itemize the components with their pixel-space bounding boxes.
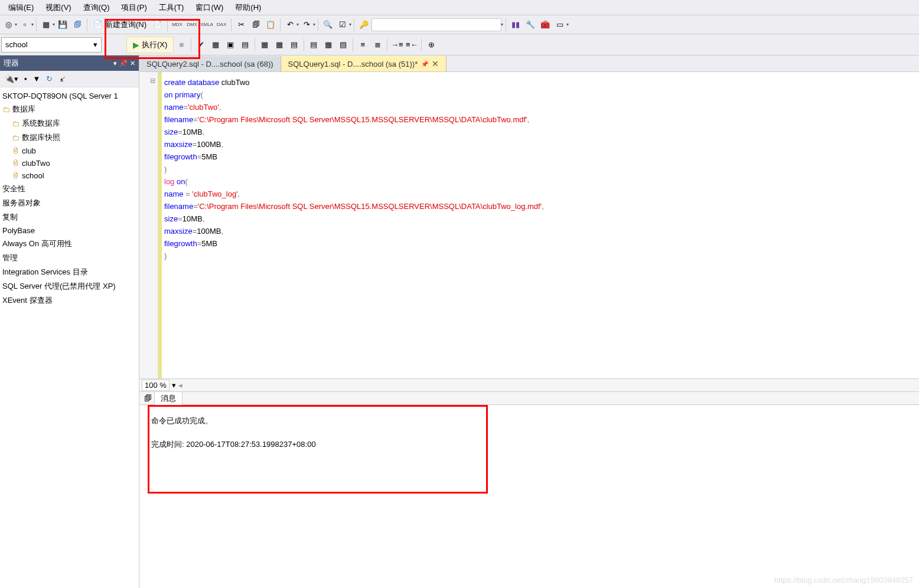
- tree-item-8[interactable]: 复制: [0, 210, 139, 224]
- new-item-btn[interactable]: ▦: [39, 18, 53, 32]
- refresh-icon[interactable]: ↻: [46, 74, 53, 83]
- tree-item-14[interactable]: XEvent 探查器: [0, 293, 139, 308]
- tab-sqlquery1[interactable]: SQLQuery1.sql - D....school (sa (51))* 📌…: [281, 56, 447, 71]
- tree-item-9[interactable]: PolyBase: [0, 224, 139, 237]
- specify-values-btn[interactable]: ⊕: [424, 38, 438, 52]
- toolbox-btn[interactable]: 🧰: [538, 18, 552, 32]
- tree-item-6[interactable]: 安全性: [0, 182, 139, 196]
- find-btn[interactable]: 🔑: [357, 18, 371, 32]
- dmx-btn[interactable]: DMX: [185, 18, 199, 32]
- pin-icon[interactable]: 📌: [421, 61, 428, 67]
- results-grid-btn[interactable]: ▦: [321, 38, 335, 52]
- panel-dropdown-icon[interactable]: ▾: [113, 60, 117, 67]
- tree-item-12[interactable]: Integration Services 目录: [0, 265, 139, 279]
- database-selector[interactable]: school ▾: [1, 37, 102, 53]
- estplan-btn[interactable]: ▦: [208, 38, 223, 52]
- menu-window[interactable]: 窗口(W): [190, 1, 229, 14]
- panel-close-icon[interactable]: ✕: [130, 60, 135, 67]
- server-node[interactable]: SKTOP-DQT89ON (SQL Server 1: [0, 90, 139, 102]
- tree-item-0[interactable]: 🗀数据库: [0, 102, 139, 116]
- save-btn[interactable]: 💾: [56, 18, 70, 32]
- window-btn[interactable]: ▭: [553, 18, 567, 32]
- dropdown-icon[interactable]: ▾: [566, 22, 569, 27]
- save-all-btn[interactable]: 🗐: [70, 18, 84, 32]
- comment-btn[interactable]: ≡: [356, 38, 370, 52]
- results-file-btn[interactable]: ▧: [336, 38, 350, 52]
- uncomment-btn[interactable]: ≣: [370, 38, 384, 52]
- dropdown-icon[interactable]: ▾: [501, 22, 503, 27]
- tree-item-label: clubTwo: [22, 159, 50, 168]
- dropdown-icon[interactable]: ▾: [15, 22, 17, 27]
- outdent-btn[interactable]: ≡←: [405, 38, 419, 52]
- tree-item-5[interactable]: 🛢school: [0, 169, 139, 182]
- tree-item-label: 服务器对象: [2, 198, 41, 208]
- xmla-btn[interactable]: XMLA: [200, 18, 214, 32]
- tree-item-2[interactable]: 🗀数据库快照: [0, 130, 139, 145]
- menu-edit[interactable]: 编辑(E): [2, 1, 40, 14]
- vs-btn[interactable]: ▮▮: [509, 18, 523, 32]
- dropdown-icon[interactable]: ▾: [53, 22, 55, 27]
- tree-item-4[interactable]: 🛢clubTwo: [0, 157, 139, 169]
- mdx-btn[interactable]: MDX: [170, 18, 184, 32]
- activity-icon[interactable]: ⭹: [58, 74, 66, 83]
- tree-item-3[interactable]: 🛢club: [0, 145, 139, 157]
- menu-help[interactable]: 帮助(H): [229, 1, 267, 14]
- panel-title-bar: 理器 ▾ 📌 ✕: [0, 55, 139, 71]
- execute-button[interactable]: ▶ 执行(X): [126, 37, 174, 53]
- tab-sqlquery2[interactable]: SQLQuery2.sql - D....school (sa (68)): [139, 56, 281, 71]
- copy-btn[interactable]: 🗐: [249, 18, 263, 32]
- execute-label: 执行(X): [142, 40, 167, 50]
- tree-item-11[interactable]: 管理: [0, 251, 139, 265]
- completion-time: 完成时间: 2020-06-17T08:27:53.1998237+08:00: [151, 439, 907, 450]
- menu-query[interactable]: 查询(Q): [77, 1, 116, 14]
- menu-tools[interactable]: 工具(T): [153, 1, 190, 14]
- tree-item-7[interactable]: 服务器对象: [0, 196, 139, 210]
- tree-item-13[interactable]: SQL Server 代理(已禁用代理 XP): [0, 279, 139, 293]
- includeplan-btn[interactable]: ▦: [258, 38, 272, 52]
- zoom-btn[interactable]: 🔍: [321, 18, 335, 32]
- menu-view[interactable]: 视图(V): [40, 1, 77, 14]
- dropdown-icon[interactable]: ▾: [313, 22, 315, 27]
- menu-project[interactable]: 项目(P): [115, 1, 152, 14]
- object-tree[interactable]: SKTOP-DQT89ON (SQL Server 1 🗀数据库🗀系统数据库🗀数…: [0, 87, 139, 588]
- filter-icon[interactable]: ▼: [33, 74, 41, 83]
- parse-btn[interactable]: ✔: [194, 38, 208, 52]
- queryopt-btn[interactable]: ▣: [223, 38, 237, 52]
- panel-pin-icon[interactable]: 📌: [119, 60, 128, 67]
- wrench-btn[interactable]: 🔧: [523, 18, 537, 32]
- livestats-btn[interactable]: ▦: [272, 38, 286, 52]
- dropdown-icon[interactable]: ▾: [31, 22, 34, 27]
- search-input[interactable]: [371, 18, 501, 31]
- dropdown-icon[interactable]: ▾: [349, 22, 351, 27]
- connect-icon[interactable]: 🔌▾: [5, 74, 18, 83]
- tree-item-10[interactable]: Always On 高可用性: [0, 237, 139, 251]
- messages-panel: 命令已成功完成。 完成时间: 2020-06-17T08:27:53.19982…: [139, 405, 919, 588]
- query-script-btn[interactable]: 📄: [151, 18, 165, 32]
- paste-btn[interactable]: 📋: [263, 18, 278, 32]
- messages-tab[interactable]: 消息: [154, 391, 183, 405]
- nav-fwd-btn[interactable]: ▫: [18, 18, 32, 32]
- message-icon: 🗐: [144, 394, 152, 403]
- tree-item-1[interactable]: 🗀系统数据库: [0, 116, 139, 130]
- dax-btn[interactable]: DAX: [214, 18, 229, 32]
- dropdown-icon[interactable]: ▾: [172, 381, 176, 390]
- redo-btn[interactable]: ↷: [299, 18, 314, 32]
- undo-btn[interactable]: ↶: [283, 18, 297, 32]
- scroll-left-icon[interactable]: ◂: [178, 381, 183, 390]
- new-query-btn[interactable]: 📄 新建查询(N): [90, 18, 150, 32]
- stop-btn[interactable]: ■: [174, 38, 188, 52]
- prop-btn[interactable]: ☑: [335, 18, 350, 32]
- code-editor[interactable]: create database clubTwo on primary( name…: [162, 72, 919, 378]
- nav-back-btn[interactable]: ◎: [1, 18, 15, 32]
- zoom-level[interactable]: 100 %: [142, 380, 170, 391]
- cut-btn[interactable]: ✂: [234, 18, 248, 32]
- clientstats-btn[interactable]: ▤: [287, 38, 301, 52]
- ssms-btn[interactable]: ▤: [238, 38, 252, 52]
- tree-item-label: school: [22, 171, 44, 180]
- panel-title: 理器: [4, 58, 19, 68]
- indent-btn[interactable]: →≡: [390, 38, 404, 52]
- dropdown-icon[interactable]: ▾: [296, 22, 299, 27]
- results-text-btn[interactable]: ▤: [307, 38, 321, 52]
- disconnect-icon[interactable]: ▪: [24, 74, 27, 83]
- close-icon[interactable]: ✕: [432, 59, 439, 68]
